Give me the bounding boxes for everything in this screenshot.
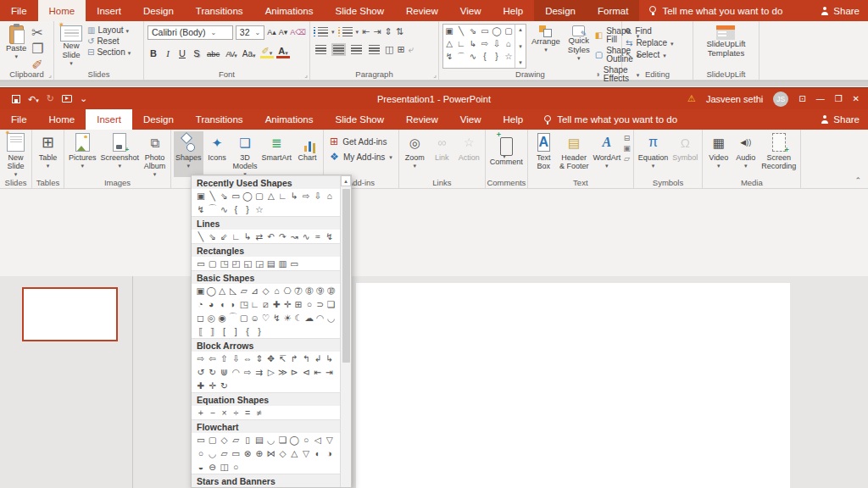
shape-item[interactable]: ╲	[207, 190, 219, 202]
shape-item[interactable]: ◕	[206, 298, 217, 310]
arrange-button[interactable]: Arrange▾	[529, 24, 563, 69]
shape-item[interactable]: ▣	[195, 285, 206, 297]
shape-item[interactable]: ◔	[195, 298, 206, 310]
tab-file[interactable]: File	[0, 109, 38, 130]
shape-item[interactable]: ☾	[293, 312, 304, 324]
slideuplift-templates-button[interactable]: SlideUpLift Templates	[704, 24, 748, 69]
convert-to-smartart-icon[interactable]: ⤶	[409, 45, 414, 54]
shape-item[interactable]: ×	[219, 407, 231, 419]
shape-item[interactable]: ◡	[326, 312, 337, 324]
shape-item[interactable]: ⟦	[195, 325, 207, 337]
highlight-color-button[interactable]: ✐▾	[260, 45, 275, 58]
button-wordart[interactable]: AWordArt▾	[591, 131, 622, 177]
button-smartart[interactable]: ≣SmartArt	[260, 131, 294, 177]
shape-item[interactable]: ◡	[207, 447, 219, 459]
gallery-shape[interactable]: △	[443, 37, 455, 50]
shape-item[interactable]: ◁	[312, 434, 324, 446]
cut-icon[interactable]: ✂	[31, 26, 43, 40]
scroll-up-icon[interactable]: ▴	[341, 175, 351, 186]
strikethrough-button[interactable]: abc	[205, 45, 221, 58]
button-screenshot[interactable]: Screenshot▾	[99, 131, 142, 177]
gallery-shape[interactable]: ⌂	[503, 37, 515, 50]
shape-item[interactable]: ◱	[242, 258, 253, 269]
shape-item[interactable]: ⇘	[207, 230, 219, 242]
tab-insert[interactable]: Insert	[86, 0, 132, 21]
button-shapes[interactable]: Shapes▾	[174, 131, 203, 177]
shape-item[interactable]: ⇔	[242, 352, 253, 364]
shape-item[interactable]: ○	[230, 461, 242, 473]
shape-item[interactable]: ≫	[277, 366, 289, 378]
gallery-shape[interactable]: ⌒	[455, 50, 467, 63]
button-action[interactable]: ☆Action	[456, 131, 482, 177]
shape-item[interactable]: ⇨	[195, 352, 207, 364]
button-header-footer[interactable]: ▤Header & Footer	[558, 131, 591, 177]
tab-review[interactable]: Review	[395, 109, 449, 130]
shape-item[interactable]: ≈	[312, 230, 324, 242]
shape-item[interactable]: ↯	[324, 230, 336, 242]
shape-item[interactable]: ✚	[271, 298, 282, 310]
dialog-launcher-icon[interactable]: ⌟	[48, 71, 52, 79]
tab-design[interactable]: Design	[132, 0, 185, 21]
tab-format[interactable]: Format	[587, 0, 639, 21]
share-button[interactable]: Share	[812, 0, 868, 21]
shape-item[interactable]: ▱	[230, 434, 242, 446]
shape-item[interactable]: ◉	[217, 312, 228, 324]
gallery-shape[interactable]: ╲	[455, 25, 467, 37]
shape-item[interactable]: ↳	[324, 352, 336, 364]
shape-item[interactable]: ⊞	[293, 298, 304, 310]
shape-item[interactable]: ✛	[282, 298, 293, 310]
button-audio[interactable]: ◀))Audio▾	[732, 131, 759, 177]
shape-item[interactable]: ➆	[293, 285, 304, 297]
shrink-font-icon[interactable]: A▾	[279, 29, 288, 36]
shape-item[interactable]: ⧄	[260, 298, 271, 310]
shape-item[interactable]: ⇤	[312, 366, 324, 378]
section-button[interactable]: ⊟Section▾	[87, 48, 131, 57]
shape-item[interactable]: ▢	[238, 312, 249, 324]
justify-button[interactable]	[367, 43, 381, 56]
clear-formatting-icon[interactable]: A⌫	[290, 29, 306, 36]
shape-item[interactable]: ∿	[300, 230, 312, 242]
button-equation[interactable]: πEquation▾	[637, 131, 670, 177]
tab-help[interactable]: Help	[492, 109, 535, 130]
shape-item[interactable]: ❏	[326, 298, 337, 310]
button-chart[interactable]: Chart	[294, 131, 320, 177]
shape-item[interactable]: }	[242, 203, 253, 215]
shape-item[interactable]: ▽	[324, 434, 336, 446]
shape-item[interactable]: {	[242, 325, 253, 337]
align-left-button[interactable]	[314, 43, 328, 56]
bullets-icon[interactable]	[318, 27, 328, 36]
tab-view[interactable]: View	[449, 109, 492, 130]
shape-item[interactable]: −	[207, 407, 219, 419]
shape-item[interactable]: ⊲	[300, 366, 312, 378]
shape-item[interactable]: ☺	[249, 312, 260, 324]
tab-animations[interactable]: Animations	[254, 0, 325, 21]
shape-item[interactable]: ╲	[195, 230, 207, 242]
shape-item[interactable]: ▭	[195, 434, 207, 446]
shape-item[interactable]: ↻	[207, 366, 219, 378]
font-family-select[interactable]: Calibri (Body)⌄	[147, 25, 233, 40]
find-button[interactable]: ⚲Find	[626, 27, 674, 36]
italic-button[interactable]: I	[162, 45, 174, 58]
shape-item[interactable]: ✥	[265, 352, 277, 364]
shape-item[interactable]: ▢	[253, 190, 265, 202]
shape-item[interactable]: ↳	[242, 230, 253, 242]
shape-item[interactable]: ⇨	[300, 190, 312, 202]
shape-item[interactable]: ⋈	[265, 447, 277, 459]
gallery-shape[interactable]: ▢	[503, 25, 515, 37]
shape-item[interactable]: ◰	[230, 258, 242, 269]
shape-item[interactable]: ⌂	[271, 285, 282, 297]
shape-item[interactable]: ◐	[312, 447, 324, 459]
shape-item[interactable]: ◻	[195, 312, 206, 324]
shape-item[interactable]: ◠	[314, 312, 326, 324]
shape-item[interactable]: ⋓	[219, 366, 231, 378]
button-link[interactable]: ∞Link	[429, 131, 455, 177]
shape-item[interactable]: ◇	[260, 285, 271, 297]
shape-item[interactable]: ◑	[324, 447, 336, 459]
shape-item[interactable]: ◗	[228, 298, 239, 310]
shape-item[interactable]: ◇	[219, 434, 231, 446]
copy-icon[interactable]: ❐	[31, 42, 43, 56]
shape-item[interactable]: ↰	[300, 352, 312, 364]
new-slide-button[interactable]: New Slide ▾	[58, 24, 85, 69]
shape-item[interactable]: ↻	[219, 380, 231, 391]
change-case-button[interactable]: Aa▾	[241, 45, 258, 58]
